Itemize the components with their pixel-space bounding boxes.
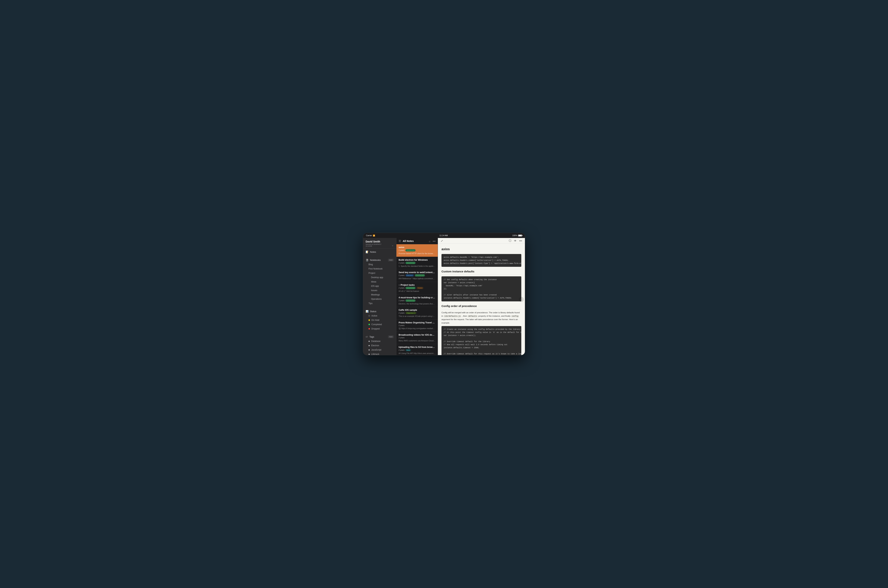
database-dot [369,340,370,342]
note-item-broadcasting[interactable]: Broadcasting videos for iOS devices o...… [396,332,438,344]
note-title: Uploading files to S3 from browser [399,346,435,348]
note-list: ☰ All Notes ⌕ ••• axios 2 years JavaScri… [396,238,438,355]
editor-title: axios [441,247,521,252]
note-preview: ## v0.1 * Add list feature [399,290,435,292]
sidebar-item-lifehack[interactable]: Lifehack [363,352,396,355]
sidebar-item-database[interactable]: Database [363,339,396,344]
sidebar-item-blog[interactable]: Blog [363,262,396,267]
note-item-axios[interactable]: axios 2 years JavaScript Promise based H… [396,244,438,257]
note-list-icons: ⌕ ••• [429,240,435,243]
sidebar-item-ios-app[interactable]: iOS app [363,284,396,288]
tags-header[interactable]: 🏷 Tags Add [363,334,396,339]
scroll-indicator: ◯ [519,297,524,302]
more-options-button[interactable]: ••• [433,240,435,243]
note-title: 4 must-know tips for building cross pl..… [399,296,435,299]
editor-panel: ⤢ ⓘ 👁 ••• axios axios.defaults.baseURL =… [438,238,525,355]
note-list-scroll[interactable]: axios 2 years JavaScript Promise based H… [396,244,438,355]
note-age: 2 years [399,349,405,351]
sidebar-item-completed[interactable]: Completed [363,322,396,327]
note-title: Caffe iOS sample [399,309,435,311]
notebooks-add-button[interactable]: Add [388,259,394,261]
sidebar: David Smith Synced at 2018/04/17 11:13:0… [363,238,396,355]
tag-todo: TODO [416,287,423,289]
sidebar-item-dropped[interactable]: Dropped [363,327,396,331]
code-inline-1: lib/defaults.js [444,315,461,317]
sidebar-item-project[interactable]: Project [363,271,396,275]
note-preview: ![]( https://i.kinja-img.com/gawker-medi… [399,327,435,330]
note-item-caffe-ios[interactable]: Caffe iOS sample 2 years Objective-C Thi… [396,307,438,320]
tag-javascript: JavaScript [405,262,416,264]
note-item-send-key-events[interactable]: Send key events to webContents on E... 2… [396,269,438,282]
code-block-1: axios.defaults.baseURL = 'https://api.ex… [441,254,521,267]
section1-heading: Custom instance defaults [441,269,521,274]
note-title: axios [399,246,435,249]
sidebar-item-active[interactable]: Active [363,314,396,318]
notebooks-section: 📓 Notebooks Add Blog First Notebook Proj… [363,257,396,307]
note-item-project-tasks[interactable]: ○ Project tasks 2 years JavaScript TODO … [396,282,438,294]
on-hold-dot [369,320,370,321]
sidebar-item-javascript[interactable]: JavaScript [363,348,396,352]
code-block-2: // Set config defaults when creating the… [441,276,521,302]
active-dot [369,315,370,316]
status-label: Status [370,310,376,313]
note-preview: 1. Specify the standard fields in the ap… [399,265,435,267]
sidebar-item-tips[interactable]: Tips [363,301,396,306]
expand-button[interactable]: ⌄ [392,244,394,247]
note-preview: This is an example XCode project using i… [399,315,435,318]
note-meta: 2 years JavaScript [399,299,435,302]
lifehack-dot [369,354,370,355]
user-section: David Smith Synced at 2018/04/17 11:13:0… [363,238,396,249]
info-button[interactable]: ⓘ [509,239,512,243]
note-meta: 2 years JavaScript [399,262,435,264]
note-title: Send key events to webContents on E... [399,271,435,274]
all-notes-title: All Notes [403,240,414,243]
note-item-uploading-s3[interactable]: Uploading files to S3 from browser 2 yea… [396,344,438,355]
battery-percent: 100% [512,234,518,237]
note-age: 2 years [399,274,405,276]
completed-dot [369,324,370,325]
note-item-build-electron[interactable]: Build electron for Windows 2 years JavaS… [396,257,438,270]
note-preview: ### Reference * https://github.com/elect… [399,277,435,280]
code-inline-2: defaults [468,315,478,317]
notes-icon: 📝 [366,250,369,253]
note-item-prava-travel[interactable]: Prava Makes Organizing Travel with F... … [396,320,438,332]
preview-button[interactable]: 👁 [514,239,517,242]
note-age: 2 years [399,337,405,339]
note-meta: 2 years JavaScript [399,249,435,252]
note-item-cross-platform[interactable]: 4 must-know tips for building cross pl..… [396,294,438,307]
note-age: 2 years [399,324,405,326]
note-preview: Many AWS customers use Amazon CloudFront… [399,339,435,342]
sidebar-item-ideas[interactable]: Ideas [363,280,396,284]
sidebar-item-meetings[interactable]: Meetings [363,292,396,297]
notebooks-label: Notebooks [370,259,381,261]
tags-add-button[interactable]: Add [388,335,394,338]
wifi-icon: 📶 [373,234,375,237]
sidebar-item-first-notebook[interactable]: First Notebook [363,267,396,271]
carrier-label: Carrier [366,234,372,237]
tag-electron: Electron [405,274,414,276]
note-age: 2 years [399,249,405,251]
battery-icon [518,234,522,237]
note-preview: ## Using File API http://docs.aws.amazon… [399,352,435,355]
sidebar-item-operations[interactable]: Operations [363,297,396,301]
status-section: 📊 Status Active On Hold Completed [363,308,396,332]
notebooks-icon: 📓 [366,259,369,261]
editor-more-button[interactable]: ••• [519,239,522,242]
sidebar-item-on-hold[interactable]: On Hold [363,318,396,322]
time-display: 11:14 AM [440,234,448,237]
sidebar-item-electron[interactable]: Electron [363,344,396,348]
editor-toolbar: ⤢ ⓘ 👁 ••• [438,238,525,244]
app-body: David Smith Synced at 2018/04/17 11:13:0… [363,238,525,355]
sidebar-item-issues[interactable]: Issues [363,288,396,292]
editor-content[interactable]: axios axios.defaults.baseURL = 'https://… [438,244,525,355]
notes-label: Notes [370,250,376,253]
sidebar-item-notes[interactable]: 📝 Notes [363,250,396,254]
tag-javascript: JavaScript [405,249,416,252]
editor-wrapper: axios axios.defaults.baseURL = 'https://… [438,244,525,355]
sidebar-toggle-button[interactable]: ☰ [399,239,401,243]
notebooks-header[interactable]: 📓 Notebooks Add [363,258,396,262]
search-button[interactable]: ⌕ [429,240,430,243]
status-header[interactable]: 📊 Status [363,309,396,314]
sidebar-item-desktop-app[interactable]: Desktop app [363,275,396,280]
expand-editor-button[interactable]: ⤢ [441,239,443,243]
